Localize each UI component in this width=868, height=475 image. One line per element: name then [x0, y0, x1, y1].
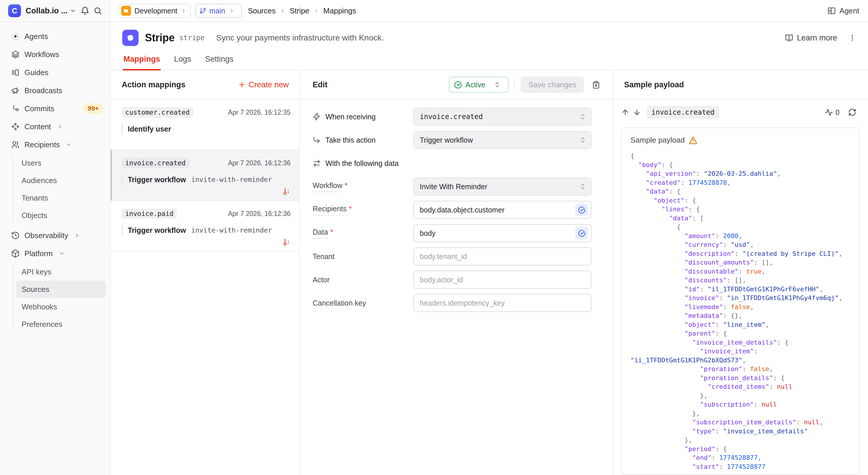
sidebar-item-label: Commits — [25, 104, 55, 113]
when-receiving-select[interactable]: invoice.created — [413, 108, 591, 126]
warning-icon[interactable] — [689, 136, 698, 145]
breadcrumb-item-sources[interactable]: Sources — [248, 6, 276, 15]
commits-icon — [11, 104, 20, 113]
payload-json[interactable]: { "body": { "api_version": "2026-03-25.d… — [630, 152, 850, 471]
breadcrumb-item-mappings[interactable]: Mappings — [323, 6, 356, 15]
sidebar-subnav: API keysSourcesWebhooksPreferences — [0, 262, 110, 335]
payload-card: Sample payload { "body": { "api_version"… — [621, 127, 860, 475]
tab-settings[interactable]: Settings — [205, 55, 234, 70]
chevron-down-icon[interactable] — [70, 7, 76, 14]
sidebar-item-users[interactable]: Users — [16, 154, 106, 172]
field-label-workflow: Workflow * — [313, 181, 413, 192]
field-label-cancellation-key: Cancellation key — [313, 299, 413, 307]
environment-folder-icon — [121, 6, 131, 16]
field-select-workflow[interactable]: Invite With Reminder — [413, 178, 591, 196]
sidebar-item-label: Platform — [25, 249, 53, 258]
save-changes-button[interactable]: Save changes — [521, 76, 584, 93]
platform-icon — [11, 249, 20, 258]
corner-down-right-icon — [313, 136, 321, 144]
content-icon — [11, 122, 20, 131]
zap-icon — [313, 113, 321, 121]
sidebar-item-preferences[interactable]: Preferences — [16, 316, 106, 333]
payload-event-pill[interactable]: invoice.created — [647, 106, 719, 119]
sidebar-item-recipients[interactable]: Recipients — [0, 136, 110, 154]
mapping-action-label: Trigger workflow — [128, 176, 186, 184]
arrow-down-icon[interactable] — [631, 106, 643, 118]
arrows-left-right-icon — [313, 159, 321, 167]
environment-switcher[interactable]: Development — [118, 4, 191, 18]
edit-form: When receiving invoice.created — [300, 99, 613, 317]
validated-badge — [575, 227, 588, 240]
sample-payload-panel: Sample payload invoice.created 0 — [613, 70, 868, 475]
sidebar-item-label: Observability — [25, 231, 68, 240]
field-input-actor[interactable]: body.actor_id — [413, 271, 591, 289]
observability-icon — [11, 231, 20, 240]
kebab-menu-icon[interactable] — [848, 34, 856, 42]
guides-icon — [11, 68, 20, 77]
learn-more-link[interactable]: Learn more — [785, 33, 837, 42]
agent-button[interactable]: Agent — [827, 6, 859, 15]
sidebar-item-label: Recipients — [25, 140, 60, 149]
tab-logs[interactable]: Logs — [174, 55, 192, 70]
branch-switcher[interactable]: main — [195, 4, 241, 18]
tab-mappings[interactable]: Mappings — [123, 55, 161, 70]
field-label-tenant: Tenant — [313, 252, 413, 261]
field-input-recipients[interactable]: body.data.object.customer — [413, 201, 591, 219]
sidebar-item-webhooks[interactable]: Webhooks — [16, 298, 106, 316]
sidebar-item-api-keys[interactable]: API keys — [16, 263, 106, 281]
sidebar-item-label: Broadcasts — [25, 86, 62, 95]
refresh-icon[interactable] — [846, 106, 858, 118]
topbar: Development main Sources — [111, 0, 868, 22]
mapping-action-label: Trigger workflow — [128, 226, 186, 234]
workspace-name[interactable]: Collab.io ... — [26, 6, 67, 15]
field-rows: Workflow * Invite With Reminder Recipien… — [313, 178, 591, 312]
take-action-select[interactable]: Trigger workflow — [413, 131, 591, 149]
sidebar-item-platform[interactable]: Platform — [0, 245, 110, 262]
sidebar-item-commits[interactable]: Commits 99+ — [0, 99, 110, 118]
search-icon[interactable] — [93, 5, 103, 16]
required-asterisk: * — [345, 181, 347, 192]
mapping-timestamp: Apr 7 2026, 16:12:35 — [228, 108, 290, 117]
arrow-up-icon[interactable] — [619, 106, 631, 118]
sidebar-item-audiences[interactable]: Audiences — [16, 172, 106, 189]
chevrons-up-down-icon — [579, 136, 586, 144]
mapping-item-invoice-paid[interactable]: invoice.paid Apr 7 2026, 16:12:36 Trigge… — [111, 201, 299, 251]
sidebar-item-observability[interactable]: Observability — [0, 226, 110, 245]
status-select[interactable]: Active — [449, 77, 508, 93]
chevrons-up-down-icon — [579, 183, 586, 190]
create-new-button[interactable]: Create new — [238, 80, 289, 89]
mapping-event-badge: invoice.created — [122, 158, 189, 168]
required-asterisk: * — [349, 204, 352, 215]
mapping-item-customer-created[interactable]: customer.created Apr 7 2026, 16:12:35 Id… — [111, 99, 299, 150]
workspace-logo[interactable]: C — [8, 4, 21, 17]
mapping-workflow-key: invite-with-reminder — [191, 226, 272, 234]
when-receiving-label: When receiving — [313, 113, 413, 121]
validated-badge — [575, 203, 588, 216]
panel-left-icon — [827, 6, 836, 15]
bell-icon[interactable] — [80, 5, 90, 16]
sidebar-item-tenants[interactable]: Tenants — [16, 189, 106, 207]
sidebar-item-agents[interactable]: Agents — [0, 27, 110, 45]
field-input-cancellation-key[interactable]: headers.idempotency_key — [413, 294, 591, 312]
chevrons-up-down-icon — [494, 82, 500, 88]
breadcrumb-item-stripe[interactable]: Stripe — [290, 6, 309, 15]
sidebar-item-content[interactable]: Content — [0, 118, 110, 136]
sidebar-item-sources[interactable]: Sources — [16, 281, 106, 298]
sidebar-item-broadcasts[interactable]: Broadcasts — [0, 82, 110, 99]
broadcasts-icon — [11, 86, 20, 95]
uncommitted-changes-icon — [282, 238, 290, 247]
book-open-icon — [785, 33, 794, 42]
sidebar-item-guides[interactable]: Guides — [0, 63, 110, 82]
activity-icon[interactable] — [825, 108, 833, 117]
delete-mapping-icon[interactable] — [590, 79, 602, 91]
sidebar-item-workflows[interactable]: Workflows — [0, 45, 110, 63]
mapping-timestamp: Apr 7 2026, 16:12:36 — [228, 210, 290, 218]
sidebar-item-objects[interactable]: Objects — [16, 207, 106, 224]
field-input-data[interactable]: body — [413, 224, 591, 242]
commits-count-badge: 99+ — [84, 103, 103, 114]
field-input-tenant[interactable]: body.tenant_id — [413, 247, 591, 265]
mapping-item-invoice-created[interactable]: invoice.created Apr 7 2026, 16:12:36 Tri… — [111, 150, 299, 201]
divider — [514, 79, 515, 91]
chevron-right-icon — [181, 8, 187, 14]
sidebar-item-label: Agents — [25, 32, 48, 41]
